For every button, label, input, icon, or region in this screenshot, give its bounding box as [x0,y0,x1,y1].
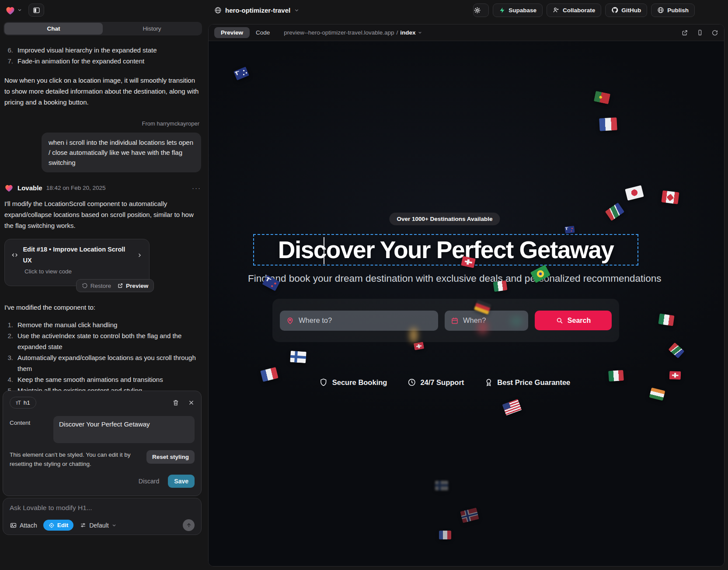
lovable-heart-icon [4,184,14,192]
preview-url[interactable]: preview--hero-optimizer-travel.lovable.a… [284,29,422,36]
reset-styling-button[interactable]: Reset styling [146,450,195,464]
user-message-bubble: when i scroll into the individual locati… [42,133,201,172]
tab-code[interactable]: Code [256,29,270,36]
top-header: hero-optimizer-travel Supabase Collabora… [0,0,728,20]
tab-history[interactable]: History [103,23,201,35]
settings-button[interactable] [473,3,489,17]
lovable-heart-icon [5,6,15,15]
feature-best-price: Best Price Guarantee [484,378,570,387]
feature-secure-booking: Secure Booking [319,378,387,387]
calendar-icon [451,317,459,325]
list-item: 7.Fade-in animation for the expanded con… [4,56,201,66]
chevron-right-icon [136,252,143,259]
preview-button[interactable]: Preview [117,280,148,291]
github-icon [611,7,618,14]
arrow-up-icon [186,522,192,528]
trash-icon[interactable] [172,399,179,406]
tab-chat[interactable]: Chat [4,23,103,35]
flag-za-icon [605,203,624,221]
styling-note: This element can't be styled. You can ed… [10,450,146,469]
assistant-paragraph: Now when you click on a location image, … [4,75,201,108]
open-in-new-tab-icon[interactable] [681,29,688,36]
mode-selector[interactable]: Default [80,522,116,529]
content-input[interactable]: Discover Your Perfect Getaway [53,416,195,443]
composer-input[interactable]: Ask Lovable to modify H1... [10,504,195,512]
flag-nz-icon [564,226,575,234]
award-icon [484,378,493,387]
element-tag-pill[interactable]: тT h1 [10,397,36,409]
flag-pt-icon [594,91,610,105]
globe-icon [214,7,222,14]
save-button[interactable]: Save [168,475,195,488]
mobile-view-icon[interactable] [697,29,703,36]
restore-icon [82,283,88,289]
content-label: Content [10,416,53,443]
feature-list: 6.Improved visual hierarchy in the expan… [4,45,201,66]
collaborate-icon [553,7,560,14]
list-item: 1.Remove the manual click handling [4,319,201,330]
flag-za-icon [668,343,684,358]
chevron-down-icon [111,523,117,528]
type-icon: тT [16,400,21,406]
flag-us-icon [502,399,522,416]
lovable-logo-menu[interactable] [5,6,22,15]
collaborate-button[interactable]: Collaborate [547,3,601,17]
supabase-button[interactable]: Supabase [493,3,543,17]
flag-ch-icon [669,371,681,380]
preview-chrome-bar: Preview Code preview--hero-optimizer-tra… [209,24,724,41]
search-card: Where to? When? Search [272,299,619,342]
chevron-down-icon [294,7,300,13]
location-pin-icon [286,316,294,325]
sidebar-toggle-button[interactable] [28,3,44,17]
flag-ch-icon [461,256,476,268]
code-icon [11,252,18,259]
features-row: Secure Booking 24/7 Support Best Price G… [319,378,570,387]
attach-button[interactable]: Attach [10,522,37,529]
destinations-badge: Over 1000+ Destinations Available [389,213,500,225]
element-editor-panel: тT h1 Content Discover Your Perfect Geta… [3,391,202,496]
target-icon [49,522,55,528]
search-icon [556,317,563,324]
message-more-button[interactable]: ··· [192,182,201,193]
publish-button[interactable]: Publish [651,3,695,17]
flag-mx-icon [493,280,508,292]
preview-viewport[interactable]: Over 1000+ Destinations Available Discov… [209,41,724,566]
tab-preview[interactable]: Preview [214,27,250,38]
refresh-icon[interactable] [711,29,718,36]
flag-fr-icon [599,117,617,131]
search-button[interactable]: Search [535,311,612,330]
assistant-header: Lovable 18:42 on Feb 20, 2025 ··· [4,182,201,193]
github-button[interactable]: GitHub [605,3,647,17]
flag-jp-icon [625,185,644,200]
restore-button[interactable]: Restore [82,280,111,291]
chevron-down-icon [17,7,22,13]
close-icon[interactable] [188,399,195,406]
blurred-flag-blob [410,328,418,343]
blurred-flag-blob [478,321,488,334]
hero-title[interactable]: Discover Your Perfect Getaway [278,236,614,264]
flag-fr-icon [439,531,451,539]
flag-mx-icon [658,314,674,326]
element-tag: h1 [24,399,30,406]
text-caret [324,237,324,264]
list-item: 3.Automatically expand/collapse location… [4,352,201,374]
steps-list: 1.Remove the manual click handling 2.Use… [4,319,201,391]
assistant-intro: I'll modify the LocationScroll component… [4,198,201,231]
flag-ch-icon [414,342,424,350]
h1-selection-box[interactable]: Discover Your Perfect Getaway [253,234,638,266]
feature-support: 24/7 Support [407,378,464,387]
restore-preview-bar: Restore Preview [76,279,154,292]
edit-mode-button[interactable]: Edit [43,520,74,531]
flag-fi-icon [435,481,448,490]
send-button[interactable] [183,519,195,531]
blurred-flag-blob [511,317,522,325]
project-switcher[interactable]: hero-optimizer-travel [214,0,300,20]
clock-icon [407,378,416,387]
publish-globe-icon [657,7,664,14]
from-label: From harrymckayroper [4,118,201,129]
project-name: hero-optimizer-travel [225,7,290,14]
sidebar-panel-icon [33,7,40,14]
assistant-name: Lovable [17,182,42,193]
discard-button[interactable]: Discard [139,478,159,485]
chat-scroll-area[interactable]: 6.Improved visual hierarchy in the expan… [4,41,201,391]
